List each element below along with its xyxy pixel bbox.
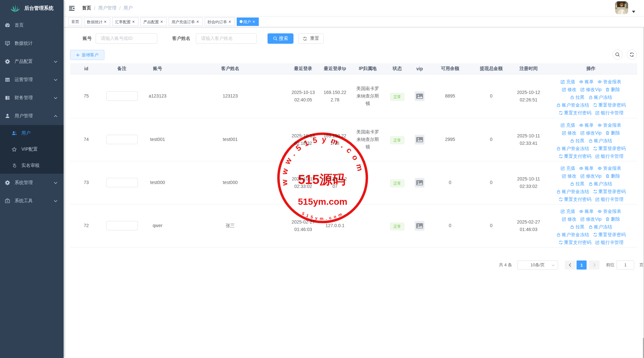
svg-text:515源码: 515源码 [298,172,346,187]
svg-text:515ym.com: 515ym.com [298,197,348,207]
